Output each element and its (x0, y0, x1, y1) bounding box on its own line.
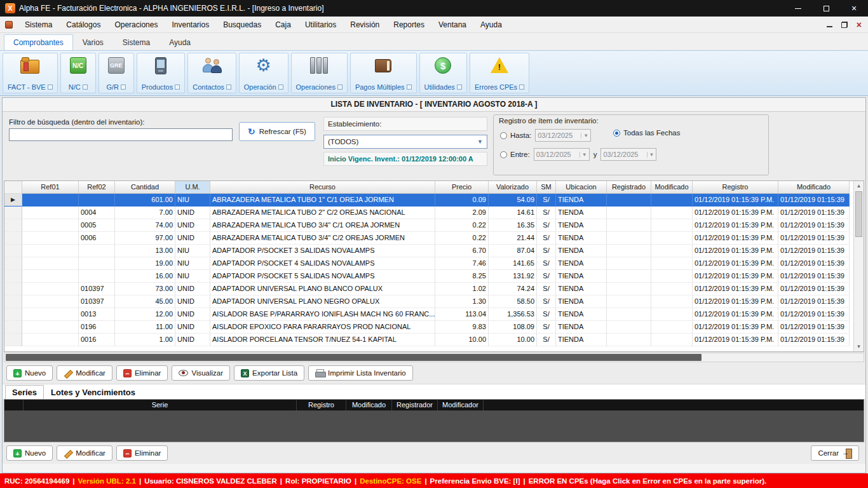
series-eliminar-button[interactable]: −Eliminar (116, 445, 168, 461)
table-row[interactable]: 16.00NIUADAPTADOR P/SOCKET 5 SALIDAS NOV… (4, 270, 853, 283)
menu-item-sistema[interactable]: Sistema (18, 18, 59, 32)
table-row[interactable]: 000574.00UNIDABRAZADERA METALICA TUBO 3/… (4, 219, 853, 232)
launcher-icon[interactable] (48, 85, 53, 90)
entre-to-date-picker[interactable]: 03/12/2025▼ (600, 148, 656, 161)
cerrar-button[interactable]: Cerrar (811, 445, 859, 461)
series-column-header-registrador[interactable]: Registrador (392, 400, 438, 410)
toolbar-gr-button[interactable]: GRE G/R (98, 53, 134, 93)
entre-radio[interactable] (500, 151, 507, 158)
column-header-modificado[interactable]: Modificado (651, 181, 693, 194)
launcher-icon[interactable] (519, 85, 524, 90)
launcher-icon[interactable] (226, 85, 231, 90)
inventory-search-input[interactable] (9, 128, 233, 141)
table-row[interactable]: 19.00NIUADAPTADOR P/SOCKET 4 SALIDAS NOV… (4, 257, 853, 270)
menu-item-reportes[interactable]: Reportes (386, 18, 431, 32)
column-header-precio[interactable]: Precio (435, 181, 489, 194)
toolbar-contactos-button[interactable]: Contactos (187, 53, 236, 93)
hasta-radio[interactable] (500, 132, 507, 139)
menu-item-operaciones[interactable]: Operaciones (107, 18, 165, 32)
series-column-header-serie[interactable]: Serie (24, 400, 297, 410)
column-header-ubicacion[interactable]: Ubicacion (556, 181, 607, 194)
table-row[interactable]: 019611.00UNIDAISLADOR EPOXICO PARA PARAR… (4, 321, 853, 334)
calendar-dropdown-icon[interactable]: ▼ (580, 152, 587, 158)
menu-item-cat-logos[interactable]: Catálogos (59, 18, 107, 32)
calendar-dropdown-icon[interactable]: ▼ (581, 133, 588, 139)
toolbar-productos-button[interactable]: Productos (137, 53, 186, 93)
maximize-button[interactable] (812, 0, 840, 17)
visualizar-button[interactable]: Visualizar (172, 365, 230, 381)
nuevo-button[interactable]: +Nuevo (6, 365, 53, 381)
vertical-scrollbar[interactable]: ▲ ▼ (853, 181, 864, 351)
mdi-restore-button[interactable] (841, 22, 848, 28)
table-row[interactable]: 13.00NIUADAPTADOR P/SOCKET 3 SALIDAS NOV… (4, 245, 853, 257)
tab-ayuda[interactable]: Ayuda (159, 34, 200, 50)
toolbar-operaciones-button[interactable]: Operaciones (291, 53, 348, 93)
toolbar-pagos-multiples-button[interactable]: Pagos Múltiples (350, 53, 417, 93)
exportar-lista-button[interactable]: XExportar Lista (234, 365, 304, 381)
table-row[interactable]: ▶601.00NIUABRAZADERA METALICA TUBO 1" C/… (4, 194, 853, 207)
launcher-icon[interactable] (121, 85, 126, 90)
table-row[interactable]: 000697.00UNIDABRAZADERA METALICA TUBO 3/… (4, 232, 853, 245)
column-header-registro-11[interactable]: Registro (693, 181, 778, 194)
column-header-u-m[interactable]: U.M. (175, 181, 210, 194)
scroll-up-icon[interactable]: ▲ (854, 183, 864, 189)
column-header-modificado-12[interactable]: Modificado (778, 181, 850, 194)
toolbar-errores-cpes-button[interactable]: ! Errores CPEs (470, 53, 529, 93)
scroll-down-icon[interactable]: ▼ (854, 344, 864, 349)
calendar-dropdown-icon[interactable]: ▼ (647, 152, 654, 158)
toolbar-nc-button[interactable]: N/C N/C (60, 53, 96, 93)
eliminar-button[interactable]: −Eliminar (116, 365, 168, 381)
launcher-icon[interactable] (83, 85, 88, 90)
hasta-date-picker[interactable]: 03/12/2025▼ (535, 129, 591, 142)
minimize-button[interactable] (784, 0, 812, 17)
mdi-close-button[interactable]: × (857, 22, 862, 28)
table-row[interactable]: 01039745.00UNIDADAPTADOR UNIVERSAL PLANO… (4, 295, 853, 308)
column-header-sm[interactable]: SM (537, 181, 556, 194)
column-header-valorizado[interactable]: Valorizado (489, 181, 537, 194)
menu-item-busquedas[interactable]: Busquedas (216, 18, 268, 32)
tab-varios[interactable]: Varios (73, 34, 113, 50)
menu-item-ayuda[interactable]: Ayuda (473, 18, 509, 32)
refresh-button[interactable]: ↻ Refrescar (F5) (239, 122, 315, 141)
toolbar-utilidades-button[interactable]: $ Utilidades (419, 53, 467, 93)
column-header-cantidad[interactable]: Cantidad (115, 181, 175, 194)
entre-from-date-picker[interactable]: 03/12/2025▼ (534, 148, 590, 161)
series-column-header-modificado[interactable]: Modificado (346, 400, 392, 410)
horizontal-scrollbar[interactable] (4, 353, 864, 362)
series-column-header-registro[interactable]: Registro (297, 400, 346, 410)
establecimiento-dropdown[interactable]: (TODOS) ▼ (323, 135, 487, 149)
menu-item-utilitarios[interactable]: Utilitarios (298, 18, 343, 32)
column-header-ref01[interactable]: Ref01 (22, 181, 79, 194)
tab-sistema[interactable]: Sistema (113, 34, 159, 50)
column-header-registrado[interactable]: Registrado (607, 181, 651, 194)
series-nuevo-button[interactable]: +Nuevo (6, 445, 53, 461)
table-row[interactable]: 001312.00UNIDAISLADOR BASE P/PARARRAYO I… (4, 308, 853, 321)
close-button[interactable]: × (840, 0, 868, 17)
menu-item-revisi-n[interactable]: Revisión (343, 18, 386, 32)
menu-item-caja[interactable]: Caja (268, 18, 298, 32)
launcher-icon[interactable] (278, 85, 283, 90)
launcher-icon[interactable] (407, 85, 412, 90)
column-header-recurso[interactable]: Recurso (210, 181, 435, 194)
menu-item-inventarios[interactable]: Inventarios (165, 18, 216, 32)
toolbar-fact-bve-button[interactable]: FACT - BVE (3, 53, 58, 93)
imprimir-lista-button[interactable]: Imprimir Lista Inventario (308, 365, 413, 381)
column-header-ref02[interactable]: Ref02 (79, 181, 115, 194)
mdi-minimize-button[interactable] (827, 22, 832, 27)
tab-lotes-y-vencimientos[interactable]: Lotes y Vencimientos (44, 385, 142, 399)
scrollbar-thumb[interactable] (6, 354, 702, 361)
menu-item-ventana[interactable]: Ventana (431, 18, 473, 32)
launcher-icon[interactable] (175, 85, 180, 90)
tab-series[interactable]: Series (5, 385, 44, 399)
tab-comprobantes[interactable]: Comprobantes (4, 34, 73, 50)
series-column-header-modificador[interactable]: Modificador (438, 400, 484, 410)
series-modificar-button[interactable]: Modificar (57, 445, 112, 461)
table-row[interactable]: 01039773.00UNIDADAPTADOR UNIVERSAL PLANO… (4, 283, 853, 295)
launcher-icon[interactable] (457, 85, 462, 90)
table-row[interactable]: 00161.00UNIDAISLADOR PORCELANA TENSOR T/… (4, 334, 853, 346)
table-row[interactable]: 00047.00UNIDABRAZADERA METALICA TUBO 2" … (4, 207, 853, 219)
todas-fechas-radio[interactable] (613, 130, 620, 137)
launcher-icon[interactable] (337, 85, 342, 90)
scrollbar-thumb[interactable] (855, 191, 862, 237)
modificar-button[interactable]: Modificar (57, 365, 112, 381)
